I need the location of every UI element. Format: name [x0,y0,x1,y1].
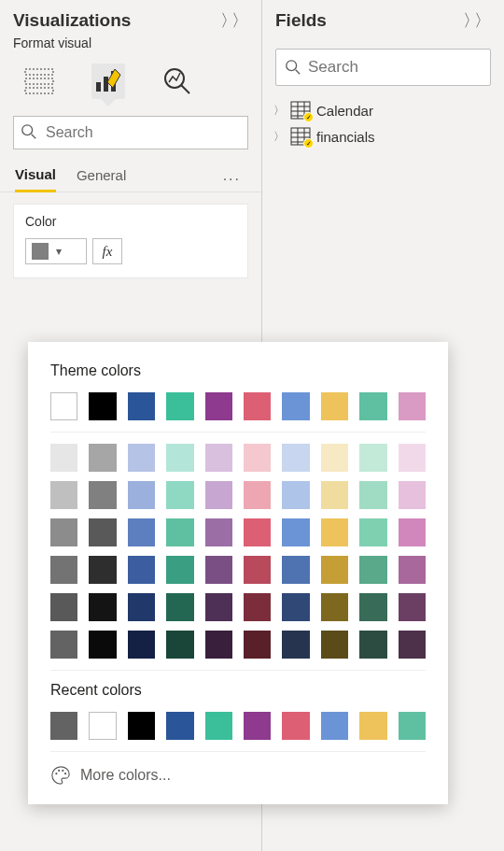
color-swatch[interactable] [50,712,77,740]
format-visual-label: Format visual [0,35,261,56]
color-swatch[interactable] [244,481,271,509]
build-visual-tab[interactable] [22,65,56,97]
color-swatch[interactable] [89,518,116,546]
color-swatch[interactable] [166,631,193,659]
color-swatch[interactable] [321,712,348,740]
color-swatch[interactable] [244,518,271,546]
color-swatch[interactable] [321,593,348,621]
color-swatch[interactable] [205,392,232,420]
color-swatch[interactable] [282,712,309,740]
color-swatch[interactable] [244,556,271,584]
color-swatch[interactable] [128,712,155,740]
color-swatch[interactable] [321,392,348,420]
color-swatch[interactable] [89,481,116,509]
color-swatch[interactable] [50,593,77,621]
color-swatch[interactable] [166,518,193,546]
color-swatch[interactable] [359,556,386,584]
format-search-input[interactable] [13,116,248,149]
color-swatch[interactable] [166,593,193,621]
color-swatch[interactable] [50,556,77,584]
color-swatch[interactable] [166,481,193,509]
color-swatch[interactable] [399,593,426,621]
color-swatch[interactable] [399,631,426,659]
fx-button[interactable]: fx [92,238,122,264]
color-swatch[interactable] [89,712,116,740]
color-swatch[interactable] [50,518,77,546]
color-swatch[interactable] [205,631,232,659]
color-swatch[interactable] [244,593,271,621]
color-swatch[interactable] [205,444,232,472]
tab-visual[interactable]: Visual [15,166,56,192]
color-swatch[interactable] [50,631,77,659]
color-swatch[interactable] [359,518,386,546]
color-swatch[interactable] [128,518,155,546]
tab-general[interactable]: General [77,167,126,191]
color-swatch[interactable] [321,631,348,659]
analytics-tab[interactable] [161,65,194,97]
collapse-viz-icon[interactable]: 〉〉 [220,9,248,32]
color-swatch[interactable] [282,556,309,584]
shade-row [50,631,426,659]
color-swatch[interactable] [282,593,309,621]
color-swatch[interactable] [282,444,309,472]
color-swatch[interactable] [128,392,155,420]
color-swatch[interactable] [244,712,271,740]
color-swatch[interactable] [205,556,232,584]
color-swatch[interactable] [282,631,309,659]
color-swatch[interactable] [359,481,386,509]
shade-row [50,593,426,621]
color-swatch[interactable] [244,631,271,659]
fields-search-input[interactable] [275,49,491,86]
color-swatch[interactable] [166,444,193,472]
color-swatch[interactable] [321,444,348,472]
color-swatch[interactable] [89,392,116,420]
more-colors-button[interactable]: More colors... [50,765,426,786]
color-swatch[interactable] [50,392,77,420]
color-swatch[interactable] [128,593,155,621]
shade-row [50,556,426,584]
color-swatch[interactable] [282,518,309,546]
color-swatch[interactable] [321,518,348,546]
field-table-calendar[interactable]: 〉Calendar [272,97,495,123]
color-swatch[interactable] [244,444,271,472]
color-swatch[interactable] [321,556,348,584]
color-swatch[interactable] [50,481,77,509]
color-swatch[interactable] [128,481,155,509]
color-swatch[interactable] [359,392,386,420]
color-swatch[interactable] [89,593,116,621]
tab-more-icon[interactable]: ··· [223,171,241,188]
color-swatch[interactable] [244,392,271,420]
color-swatch[interactable] [205,712,232,740]
color-swatch[interactable] [359,444,386,472]
color-swatch[interactable] [282,392,309,420]
format-visual-tab[interactable] [91,64,125,99]
color-swatch[interactable] [166,712,193,740]
color-swatch[interactable] [128,444,155,472]
color-swatch[interactable] [128,631,155,659]
color-swatch[interactable] [399,556,426,584]
color-swatch[interactable] [166,556,193,584]
color-swatch[interactable] [128,556,155,584]
color-swatch[interactable] [89,556,116,584]
color-swatch[interactable] [359,593,386,621]
color-swatch[interactable] [359,631,386,659]
field-table-financials[interactable]: 〉financials [272,123,495,149]
color-swatch[interactable] [50,444,77,472]
color-swatch[interactable] [321,481,348,509]
color-swatch[interactable] [399,444,426,472]
color-swatch[interactable] [166,392,193,420]
color-dropdown[interactable]: ▾ [25,238,87,264]
color-swatch[interactable] [205,518,232,546]
color-swatch[interactable] [359,712,386,740]
color-swatch[interactable] [399,518,426,546]
collapse-fields-icon[interactable]: 〉〉 [463,9,491,32]
color-swatch[interactable] [89,631,116,659]
color-swatch[interactable] [205,481,232,509]
color-swatch[interactable] [399,712,426,740]
color-swatch[interactable] [282,481,309,509]
color-swatch[interactable] [205,593,232,621]
separator [50,670,426,671]
color-swatch[interactable] [89,444,116,472]
color-swatch[interactable] [399,392,426,420]
color-swatch[interactable] [399,481,426,509]
